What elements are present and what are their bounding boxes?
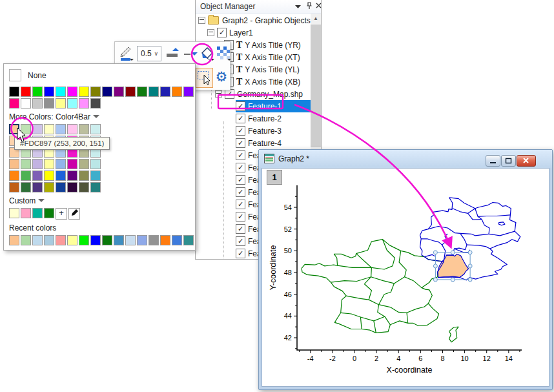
tree-row-feature-4[interactable]: ✓Feature-4 bbox=[196, 137, 311, 149]
color-swatch[interactable] bbox=[9, 124, 19, 134]
color-swatch[interactable] bbox=[56, 124, 66, 134]
visibility-checkbox[interactable]: ✓ bbox=[236, 126, 245, 136]
color-swatch[interactable] bbox=[79, 182, 89, 192]
tree-row-layer1[interactable]: ✓Layer1 bbox=[196, 26, 311, 39]
selection-handle[interactable] bbox=[468, 251, 472, 254]
color-swatch[interactable] bbox=[67, 87, 77, 97]
color-swatch[interactable] bbox=[9, 159, 19, 169]
color-swatch[interactable] bbox=[21, 182, 31, 192]
visibility-checkbox[interactable]: ✓ bbox=[236, 150, 245, 160]
color-swatch[interactable] bbox=[44, 159, 54, 169]
color-swatch[interactable] bbox=[21, 87, 31, 97]
color-swatch[interactable] bbox=[9, 182, 19, 192]
settings-gear-icon[interactable]: ⚙ bbox=[214, 68, 229, 87]
color-swatch[interactable] bbox=[21, 235, 31, 245]
collapse-icon[interactable] bbox=[207, 29, 214, 36]
add-custom-color-button[interactable]: + bbox=[56, 208, 67, 220]
color-swatch[interactable] bbox=[67, 170, 77, 181]
color-swatch[interactable] bbox=[102, 87, 112, 97]
color-swatch[interactable] bbox=[79, 235, 89, 245]
color-swatch[interactable] bbox=[56, 159, 66, 169]
color-swatch[interactable] bbox=[137, 87, 147, 97]
region-select-tool[interactable] bbox=[196, 68, 213, 88]
close-button[interactable] bbox=[517, 155, 536, 167]
color-swatch[interactable] bbox=[56, 235, 66, 245]
visibility-checkbox[interactable]: ✓ bbox=[236, 163, 245, 172]
color-swatch[interactable] bbox=[149, 235, 159, 245]
color-swatch[interactable] bbox=[44, 235, 54, 245]
color-swatch[interactable] bbox=[125, 235, 136, 245]
color-swatch[interactable] bbox=[172, 235, 182, 245]
color-swatch[interactable] bbox=[67, 124, 77, 134]
more-colors-label[interactable]: More Colors: Color4Bar bbox=[9, 112, 195, 121]
color-swatch[interactable] bbox=[149, 87, 159, 97]
visibility-checkbox[interactable]: ✓ bbox=[236, 200, 245, 209]
color-swatch[interactable] bbox=[160, 235, 170, 245]
selection-handle[interactable] bbox=[433, 251, 437, 254]
menu-down-icon[interactable] bbox=[294, 2, 303, 11]
tree-row-feature-1[interactable]: ✓Feature-1 bbox=[196, 100, 311, 112]
color-swatch[interactable] bbox=[44, 208, 54, 218]
visibility-checkbox[interactable]: ✓ bbox=[236, 175, 245, 185]
color-swatch[interactable] bbox=[172, 87, 182, 97]
color-swatch[interactable] bbox=[32, 98, 43, 108]
color-swatch[interactable] bbox=[56, 98, 66, 108]
color-swatch[interactable] bbox=[137, 235, 147, 245]
color-swatch[interactable] bbox=[32, 124, 43, 134]
color-swatch[interactable] bbox=[183, 87, 194, 97]
tree-row-graph2-graphic-objects[interactable]: Graph2 - Graphic Objects bbox=[196, 14, 311, 26]
color-swatch[interactable] bbox=[56, 182, 66, 192]
color-swatch[interactable] bbox=[21, 159, 31, 169]
color-swatch[interactable] bbox=[44, 87, 54, 97]
color-swatch[interactable] bbox=[44, 98, 54, 108]
color-swatch[interactable] bbox=[79, 170, 89, 181]
color-swatch[interactable] bbox=[32, 170, 43, 181]
color-swatch[interactable] bbox=[90, 170, 101, 181]
visibility-checkbox[interactable]: ✓ bbox=[236, 187, 245, 197]
map-plot[interactable]: -4-20246810121442444648505254X-coordinat… bbox=[262, 169, 549, 387]
eyedropper-icon[interactable] bbox=[68, 208, 80, 220]
visibility-checkbox[interactable]: ✓ bbox=[236, 236, 245, 246]
color-swatch[interactable] bbox=[21, 208, 31, 218]
visibility-checkbox[interactable]: ✓ bbox=[236, 138, 245, 148]
selection-handle[interactable] bbox=[451, 251, 455, 254]
visibility-checkbox[interactable]: ✓ bbox=[236, 114, 245, 123]
pattern-fill-button[interactable] bbox=[215, 44, 232, 63]
visibility-checkbox[interactable]: ✓ bbox=[236, 212, 245, 222]
restore-button[interactable] bbox=[501, 155, 516, 167]
color-swatch[interactable] bbox=[32, 235, 43, 245]
scroll-up-icon[interactable]: ▲ bbox=[311, 14, 321, 24]
color-swatch[interactable] bbox=[21, 124, 31, 134]
line-width-combobox[interactable]: 0.5 ∨ bbox=[137, 46, 161, 61]
custom-label[interactable]: Custom bbox=[9, 196, 195, 205]
color-swatch[interactable] bbox=[9, 208, 19, 218]
color-swatch[interactable] bbox=[9, 170, 19, 181]
selection-handle[interactable] bbox=[433, 278, 437, 282]
tree-row-feature-3[interactable]: ✓Feature-3 bbox=[196, 125, 311, 137]
collapse-icon[interactable] bbox=[198, 17, 205, 24]
color-swatch[interactable] bbox=[114, 87, 124, 97]
color-swatch[interactable] bbox=[67, 98, 77, 108]
color-swatch[interactable] bbox=[79, 159, 89, 169]
selected-feature-shape[interactable] bbox=[438, 254, 469, 277]
color-swatch[interactable] bbox=[79, 87, 89, 97]
color-swatch[interactable] bbox=[90, 98, 101, 108]
visibility-checkbox[interactable]: ✓ bbox=[225, 89, 234, 99]
layer-badge[interactable]: 1 bbox=[267, 170, 282, 185]
close-icon[interactable] bbox=[314, 2, 323, 11]
color-none-option[interactable]: None bbox=[9, 69, 195, 81]
color-swatch[interactable] bbox=[32, 182, 43, 192]
selection-handle[interactable] bbox=[468, 278, 472, 282]
color-swatch[interactable] bbox=[32, 208, 43, 218]
graph-window-titlebar[interactable]: Graph2 * bbox=[259, 150, 552, 168]
tree-row-feature-2[interactable]: ✓Feature-2 bbox=[196, 112, 311, 125]
graph-page[interactable]: 1 -4-20246810121442444648505254X-coordin… bbox=[262, 168, 549, 387]
graph-window[interactable]: Graph2 * 1 -4-20246810121442444648505254… bbox=[258, 149, 553, 390]
color-swatch[interactable] bbox=[90, 87, 101, 97]
selection-handle[interactable] bbox=[468, 264, 472, 268]
color-swatch[interactable] bbox=[9, 87, 19, 97]
color-swatch[interactable] bbox=[44, 182, 54, 192]
color-swatch[interactable] bbox=[44, 170, 54, 181]
color-swatch[interactable] bbox=[32, 159, 43, 169]
line-color-button[interactable] bbox=[118, 44, 134, 63]
